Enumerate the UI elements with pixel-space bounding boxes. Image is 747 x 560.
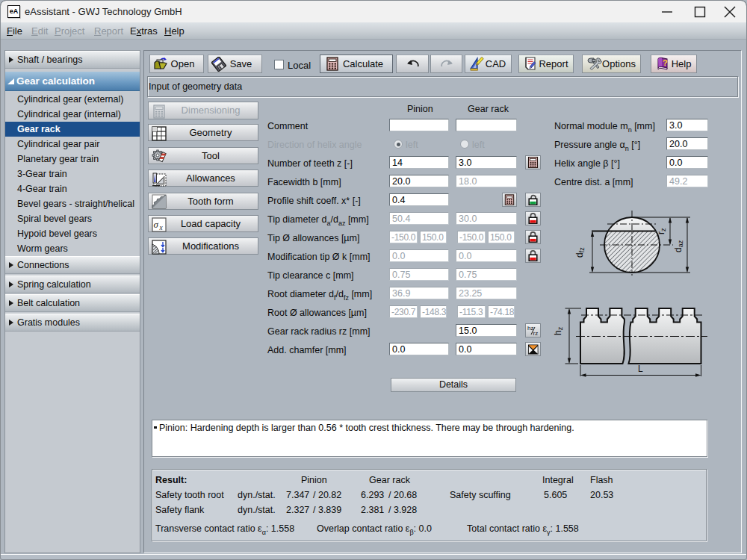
svg-text:x: x bbox=[159, 224, 164, 231]
svg-text:?: ? bbox=[663, 58, 668, 67]
svg-text:rz: rz bbox=[533, 330, 539, 337]
svg-text:hz: hz bbox=[553, 326, 564, 335]
svg-text:rz: rz bbox=[656, 228, 667, 234]
svg-text:L: L bbox=[638, 364, 643, 374]
svg-text:dfz: dfz bbox=[574, 247, 586, 258]
svg-text:σ: σ bbox=[154, 219, 159, 230]
svg-text:daz: daz bbox=[673, 240, 684, 252]
